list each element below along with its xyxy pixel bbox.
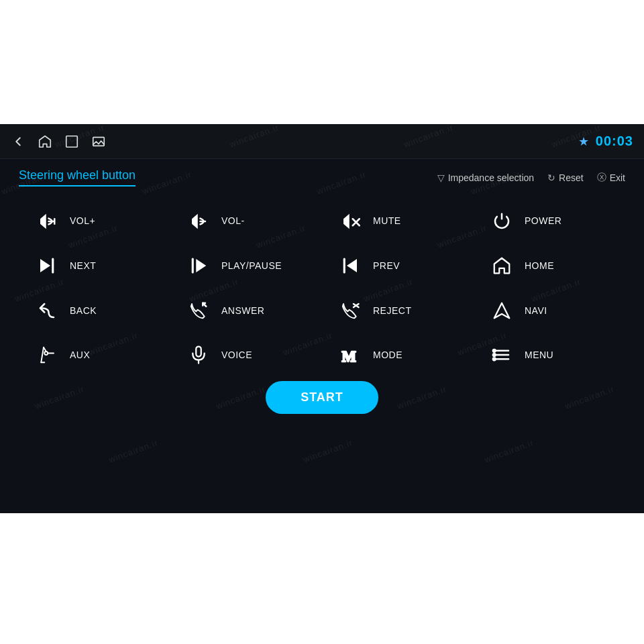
home-button[interactable]: HOME	[474, 244, 625, 288]
home-nav-icon[interactable]	[38, 133, 52, 150]
svg-rect-1	[93, 138, 105, 146]
svg-line-22	[41, 347, 44, 363]
svg-text:M: M	[342, 348, 356, 365]
back-nav-icon[interactable]	[11, 133, 25, 150]
nav-icons-left	[11, 133, 106, 150]
reject-label: REJECT	[373, 305, 411, 316]
navi-icon	[490, 300, 514, 321]
reject-button[interactable]: REJECT	[322, 288, 474, 333]
watermark-text: wincairan.ir	[107, 437, 160, 465]
play-pause-icon	[186, 256, 211, 276]
exit-label: Exit	[610, 172, 625, 183]
home-icon	[490, 256, 514, 276]
back-label: BACK	[70, 305, 97, 316]
power-button[interactable]: POWER	[474, 199, 625, 244]
svg-point-34	[493, 354, 496, 357]
vol-minus-button[interactable]: VOL-	[170, 199, 322, 244]
home-label: HOME	[525, 260, 554, 271]
watermark-text: wincairan.ir	[302, 437, 354, 465]
page-title: Steering wheel button	[19, 168, 136, 186]
play-pause-button[interactable]: PLAY/PAUSE	[170, 244, 322, 288]
mode-icon: M	[338, 345, 362, 366]
back-icon	[35, 300, 59, 321]
start-button[interactable]: START	[266, 381, 378, 414]
window-nav-icon[interactable]	[64, 133, 79, 150]
vol-plus-icon	[35, 211, 59, 231]
answer-button[interactable]: ANSWER	[170, 288, 322, 333]
reset-action[interactable]: ↻ Reset	[547, 172, 584, 183]
buttons-grid: VOL+ VOL-	[19, 199, 625, 377]
svg-point-33	[493, 350, 496, 352]
aux-button[interactable]: AUX	[19, 333, 170, 378]
svg-marker-16	[347, 259, 357, 272]
mode-label: MODE	[373, 350, 402, 360]
prev-button[interactable]: PREV	[322, 244, 474, 288]
svg-point-35	[493, 358, 496, 361]
power-icon	[490, 211, 514, 231]
answer-label: ANSWER	[221, 305, 264, 316]
mode-button[interactable]: M MODE	[322, 333, 474, 378]
svg-line-23	[44, 347, 46, 352]
nav-icons-right: ★ 00:03	[578, 133, 633, 149]
voice-label: VOICE	[221, 350, 252, 360]
back-button[interactable]: BACK	[19, 288, 170, 333]
next-label: NEXT	[70, 260, 96, 271]
time-display: 00:03	[596, 133, 633, 149]
navi-button[interactable]: NAVI	[474, 288, 625, 333]
mute-label: MUTE	[373, 215, 401, 226]
content-area: Steering wheel button ▽ Impedance select…	[0, 159, 644, 414]
vol-minus-label: VOL-	[221, 215, 245, 226]
menu-button[interactable]: MENU	[474, 333, 625, 378]
svg-marker-9	[343, 213, 350, 229]
menu-icon	[490, 345, 514, 366]
aux-label: AUX	[70, 350, 90, 360]
vol-minus-icon	[186, 211, 211, 231]
play-pause-label: PLAY/PAUSE	[221, 260, 282, 271]
prev-label: PREV	[373, 260, 400, 271]
impedance-label: Impedance selection	[448, 172, 534, 183]
title-actions: ▽ Impedance selection ↻ Reset ⓧ Exit	[437, 172, 625, 184]
start-btn-row: START	[19, 381, 625, 414]
svg-rect-27	[196, 347, 201, 357]
svg-rect-0	[66, 136, 78, 148]
ui-area: wincairan.ir wincairan.ir wincairan.ir w…	[0, 124, 644, 513]
prev-icon	[338, 256, 362, 276]
svg-marker-7	[192, 213, 198, 229]
bluetooth-icon: ★	[578, 134, 589, 149]
watermark-text: wincairan.ir	[483, 437, 535, 465]
impedance-action[interactable]: ▽ Impedance selection	[437, 172, 534, 183]
vol-plus-button[interactable]: VOL+	[19, 199, 170, 244]
top-white-space	[0, 0, 644, 124]
voice-icon	[186, 345, 211, 366]
next-icon	[35, 256, 59, 276]
bottom-white-space	[0, 513, 644, 644]
power-label: POWER	[525, 215, 561, 226]
gallery-nav-icon[interactable]	[91, 133, 106, 150]
impedance-icon: ▽	[437, 172, 445, 183]
svg-marker-15	[196, 259, 206, 272]
next-button[interactable]: NEXT	[19, 244, 170, 288]
title-row: Steering wheel button ▽ Impedance select…	[19, 159, 625, 192]
reject-icon	[338, 300, 362, 321]
reset-label: Reset	[559, 172, 584, 183]
answer-icon	[186, 300, 211, 321]
navi-label: NAVI	[525, 305, 547, 316]
svg-marker-21	[494, 303, 510, 319]
aux-icon	[35, 345, 59, 366]
exit-action[interactable]: ⓧ Exit	[597, 172, 625, 184]
mute-button[interactable]: MUTE	[322, 199, 474, 244]
mute-icon	[338, 211, 362, 231]
vol-plus-label: VOL+	[70, 215, 95, 226]
reset-icon: ↻	[547, 172, 555, 183]
voice-button[interactable]: VOICE	[170, 333, 322, 378]
exit-icon: ⓧ	[597, 172, 606, 184]
svg-marker-2	[40, 213, 46, 229]
menu-label: MENU	[525, 350, 553, 360]
svg-marker-12	[40, 259, 50, 272]
nav-bar: ★ 00:03	[0, 124, 644, 159]
